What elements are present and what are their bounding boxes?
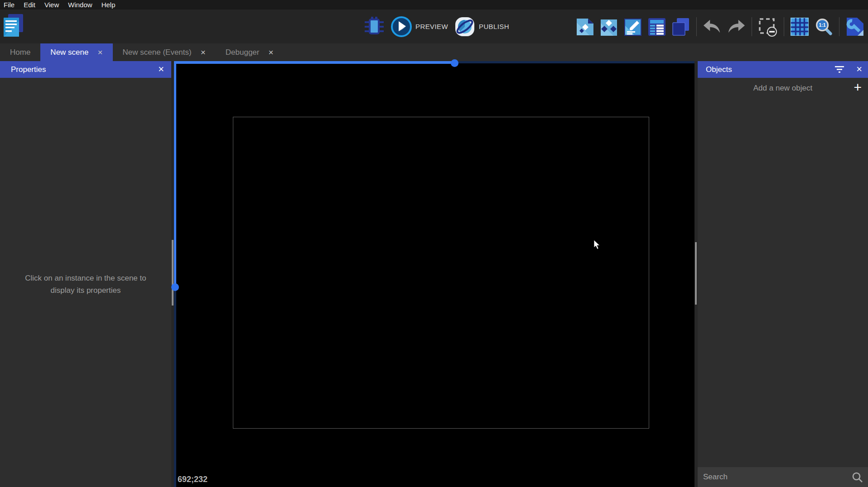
open-instances-list-icon[interactable]	[647, 17, 666, 37]
right-panel-scrollbar[interactable]	[694, 61, 698, 487]
cursor-coordinates: 692;232	[178, 475, 207, 484]
tab-label: Home	[10, 48, 30, 57]
toggle-grid-icon[interactable]	[790, 17, 809, 37]
close-icon[interactable]: ×	[856, 64, 862, 74]
open-layers-editor-icon[interactable]	[671, 17, 690, 37]
tab-close-icon[interactable]: ×	[97, 48, 102, 57]
project-manager-icon[interactable]	[3, 13, 24, 38]
open-objects-editor-icon[interactable]	[575, 17, 594, 37]
canvas-horizontal-scrollbar[interactable]	[174, 61, 694, 64]
scrollbar-thumb-dot[interactable]	[451, 59, 458, 67]
menu-edit[interactable]: Edit	[19, 0, 40, 10]
preview-play-icon	[391, 16, 412, 38]
svg-text:1:1: 1:1	[819, 22, 826, 28]
add-new-object-row[interactable]: Add a new object +	[698, 78, 868, 99]
toolbar-separator	[696, 17, 697, 36]
close-icon[interactable]: ×	[158, 64, 164, 74]
canvas-vertical-scrollbar[interactable]	[174, 61, 177, 487]
tab-debugger[interactable]: Debugger ×	[216, 43, 284, 61]
tab-label: New scene (Events)	[123, 48, 192, 57]
main-toolbar: PREVIEW PUBLISH	[0, 10, 868, 43]
publish-globe-icon	[454, 16, 476, 38]
menu-view[interactable]: View	[40, 0, 63, 10]
editor-tab-bar: Home New scene × New scene (Events) × De…	[0, 43, 868, 61]
menu-file[interactable]: File	[4, 0, 19, 10]
properties-empty-hint: Click on an instance in the scene to dis…	[13, 272, 159, 296]
objects-panel: Objects × Add a new object +	[698, 61, 868, 487]
scrollbar-track	[454, 61, 694, 63]
scrollbar-thumb-dot[interactable]	[171, 283, 179, 291]
toggle-window-mask-icon[interactable]	[758, 17, 778, 37]
search-input[interactable]	[703, 467, 839, 487]
zoom-1-1-icon[interactable]: 1:1	[814, 17, 833, 37]
properties-panel: Properties × Click on an instance in the…	[0, 61, 171, 487]
preview-button[interactable]: PREVIEW	[391, 16, 448, 38]
menu-window[interactable]: Window	[63, 0, 96, 10]
filter-icon[interactable]	[834, 66, 844, 75]
open-settings-icon[interactable]	[845, 17, 864, 37]
tab-new-scene-events[interactable]: New scene (Events) ×	[113, 43, 216, 61]
menu-bar: File Edit View Window Help	[0, 0, 868, 10]
tab-home[interactable]: Home	[0, 43, 40, 61]
redo-icon[interactable]	[727, 17, 746, 37]
toolbar-center-group: PREVIEW PUBLISH	[364, 10, 509, 43]
objects-panel-header: Objects ×	[698, 61, 868, 78]
objects-search-bar	[698, 467, 868, 487]
game-window-boundary	[233, 117, 649, 429]
scene-editor-canvas[interactable]: 692;232	[174, 61, 694, 487]
mouse-cursor-icon	[593, 240, 602, 253]
open-object-groups-icon[interactable]	[599, 17, 618, 37]
scrollbar-thumb[interactable]	[172, 240, 174, 306]
gdevelop-window: File Edit View Window Help	[0, 0, 868, 487]
add-new-object-label: Add a new object	[753, 84, 812, 93]
tab-label: New scene	[50, 48, 88, 57]
menu-help[interactable]: Help	[97, 0, 120, 10]
undo-icon[interactable]	[703, 17, 722, 37]
properties-panel-header: Properties ×	[0, 61, 171, 78]
toolbar-separator	[784, 17, 784, 36]
publish-label: PUBLISH	[479, 23, 509, 30]
tab-close-icon[interactable]: ×	[201, 48, 206, 57]
toolbar-right-group: 1:1	[575, 10, 864, 43]
tab-label: Debugger	[226, 48, 260, 57]
properties-panel-title: Properties	[11, 65, 46, 74]
plus-icon[interactable]: +	[854, 80, 862, 95]
search-icon[interactable]	[852, 472, 863, 485]
scrollbar-thumb[interactable]	[695, 242, 697, 305]
tab-new-scene[interactable]: New scene ×	[40, 43, 112, 61]
scrollbar-track	[174, 285, 176, 487]
publish-button[interactable]: PUBLISH	[454, 16, 509, 38]
scrollbar-track-active	[174, 61, 454, 64]
preview-label: PREVIEW	[415, 23, 448, 30]
open-properties-icon[interactable]	[623, 17, 642, 37]
objects-panel-title: Objects	[706, 65, 732, 74]
toolbar-separator	[752, 17, 752, 36]
tab-close-icon[interactable]: ×	[268, 48, 273, 57]
scrollbar-track-active	[174, 61, 176, 285]
editor-content: Properties × Click on an instance in the…	[0, 61, 868, 487]
toolbar-separator	[839, 17, 839, 36]
debugger-bug-icon[interactable]	[364, 15, 385, 38]
